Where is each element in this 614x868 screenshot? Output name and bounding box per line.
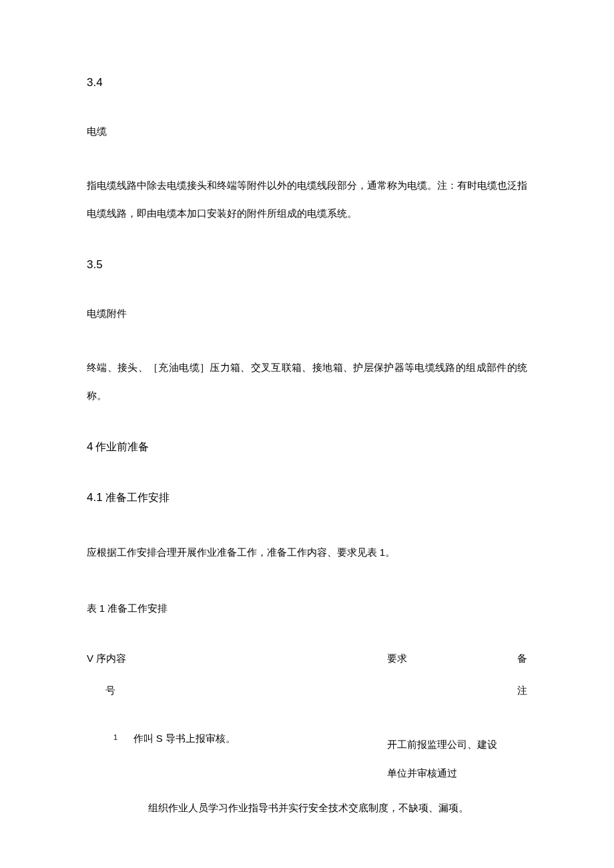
table-caption: 表 1 准备工作安排 xyxy=(87,594,527,622)
section-3-4-title: 电缆 xyxy=(87,123,527,139)
header-col1-text: 序内容 xyxy=(93,653,126,664)
header-row2-b: 注 xyxy=(517,683,527,699)
section-4-1-text: 准备工作安排 xyxy=(103,492,170,503)
section-4-1-para: 应根据工作安排合理开展作业准备工作，准备工作内容、要求见表 1。 xyxy=(87,538,527,566)
section-3-4-num: 3.4 xyxy=(87,73,527,91)
section-4-1-heading: 4.1 准备工作安排 xyxy=(87,488,527,506)
table-header-row-1: V 序内容 要求 备 xyxy=(87,650,527,671)
section-4-heading: 4 作业前准备 xyxy=(87,438,527,456)
row-content-a: 作叫 xyxy=(133,733,156,744)
table-header-row-2: 号 注 xyxy=(87,683,527,703)
header-row2-a: 号 xyxy=(105,683,115,699)
header-v: V xyxy=(87,653,93,664)
para-num: 1 xyxy=(380,546,385,558)
caption-num: 1 xyxy=(99,602,105,614)
section-3-5-title: 电缆附件 xyxy=(87,306,527,322)
caption-a: 表 xyxy=(87,603,99,614)
table-bottom-line: 组织作业人员学习作业指导书并实行安全技术交底制度，不缺项、漏项。 xyxy=(87,800,527,816)
para-suffix: 。 xyxy=(385,547,395,558)
row-content-b: 导书上报审核。 xyxy=(163,733,236,744)
section-3-5-num: 3.5 xyxy=(87,256,527,274)
section-3-5-para: 终端、接头、［充油电缆］压力箱、交叉互联箱、接地箱、护层保护器等电缆线路的组成部… xyxy=(87,354,527,410)
row-num: 1 xyxy=(113,732,117,744)
row-content: 作叫 S 导书上报审核。 xyxy=(133,731,236,747)
para-prefix: 应根据工作安排合理开展作业准备工作，准备工作内容、要求见表 xyxy=(87,547,380,558)
table-header-col2: 要求 xyxy=(387,650,407,667)
section-3-4-para: 指电缆线路中除去电缆接头和终端等附件以外的电缆线段部分，通常称为电缆。注：有时电… xyxy=(87,171,527,228)
table-header-col3: 备 xyxy=(517,650,527,667)
row-content-s: S xyxy=(156,733,163,744)
section-4-1-num: 4.1 xyxy=(87,491,103,504)
row-requirement: 开工前报监理公司、建设单位并审核通过 xyxy=(387,731,501,789)
table-header-col1: V 序内容 xyxy=(87,650,126,667)
table-row: 1 作叫 S 导书上报审核。 开工前报监理公司、建设单位并审核通过 xyxy=(87,731,527,781)
caption-b: 准备工作安排 xyxy=(105,603,168,614)
section-4-text: 作业前准备 xyxy=(93,441,149,452)
